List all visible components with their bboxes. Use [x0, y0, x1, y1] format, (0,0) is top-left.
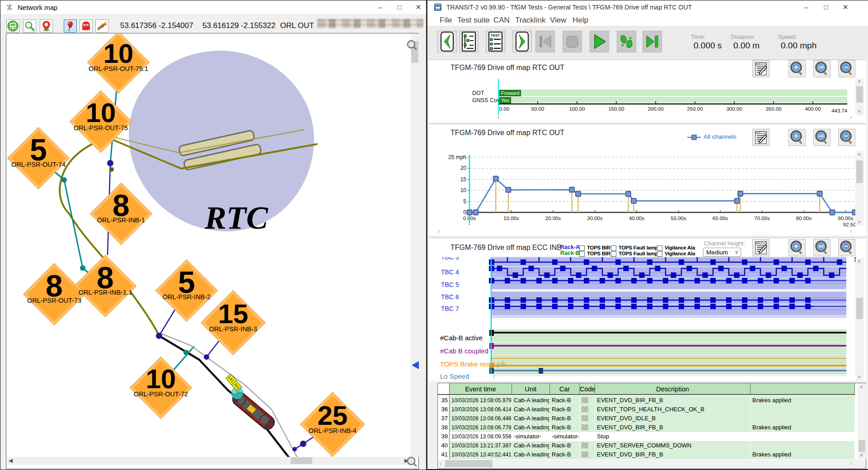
scroll-right-arrow[interactable]: › — [850, 461, 852, 467]
pin-tool-button[interactable] — [64, 19, 77, 33]
menu-file[interactable]: File — [440, 16, 452, 25]
column-header[interactable]: Car — [550, 383, 580, 395]
table-cell[interactable]: Stop — [595, 432, 751, 441]
scroll-up-arrow[interactable]: ∧ — [858, 152, 861, 157]
table-cell[interactable]: Cab-A leading — [512, 450, 550, 459]
table-cell[interactable]: EVENT_DVD_IDLE_B — [595, 414, 751, 423]
zoom-tool-button[interactable] — [23, 19, 36, 33]
close-button[interactable]: ✕ — [414, 3, 422, 11]
table-cell[interactable] — [580, 405, 595, 414]
table-cell[interactable] — [751, 441, 855, 450]
table-cell[interactable] — [580, 414, 595, 423]
scroll-up-arrow[interactable]: ∧ — [858, 258, 861, 263]
table-cell[interactable]: Brakes applied — [751, 396, 855, 405]
table-cell[interactable] — [580, 450, 595, 459]
table-cell[interactable] — [751, 432, 855, 441]
scroll-down-arrow[interactable]: ∨ — [858, 219, 861, 224]
scroll-down-arrow[interactable]: ∨ — [858, 374, 861, 379]
step-button[interactable] — [617, 31, 636, 52]
test-suite-button[interactable] — [459, 31, 479, 52]
table-cell[interactable]: EVENT_DVD_BIR_FB_B — [595, 396, 751, 405]
test-list-button[interactable]: TEST — [486, 31, 505, 52]
map-zoom-in-lens-icon[interactable] — [406, 39, 417, 50]
map-viewport[interactable]: 141201 RTC 10ORL-PSR-OUT-75.110ORL-PSR-O… — [7, 34, 411, 457]
table-cell[interactable] — [580, 441, 595, 450]
column-header[interactable]: Event time — [450, 383, 512, 395]
scroll-up-arrow[interactable]: ∧ — [860, 384, 863, 389]
map-horizontal-scrollbar[interactable]: ◀ ▶ — [7, 457, 411, 465]
table-cell[interactable] — [580, 432, 595, 441]
table-cell[interactable]: Rack-B — [550, 441, 580, 450]
table-cell[interactable] — [580, 423, 595, 432]
next-button[interactable] — [512, 31, 532, 52]
menu-can[interactable]: CAN — [493, 16, 510, 25]
pan-left-chevron[interactable]: ‹ — [438, 227, 440, 235]
scroll-left-arrow[interactable]: ◀ — [9, 457, 13, 465]
title-bar[interactable]: TRANSIT-2 v0.99.90 - TfGM Tests - Genera… — [427, 0, 868, 14]
scrollbar-thumb[interactable] — [856, 298, 863, 319]
panel-vertical-scrollbar[interactable]: ∧∨ — [855, 151, 864, 226]
table-cell[interactable]: EVENT_TOPS_HEALTH_CHECK_OK_B — [595, 405, 751, 414]
maximize-button[interactable]: □ — [395, 3, 404, 11]
table-cell[interactable]: Rack-B — [550, 450, 580, 459]
table-cell[interactable]: -simulator- — [512, 432, 550, 441]
table-cell[interactable]: -simulator- — [550, 432, 580, 441]
menu-help[interactable]: Help — [572, 16, 588, 25]
table-vertical-scrollbar[interactable]: ∧∨ — [858, 383, 866, 459]
table-cell[interactable]: 10/03/2026 13:08:06.778 — [450, 423, 512, 432]
column-header[interactable]: Description — [595, 383, 751, 395]
table-cell[interactable]: EVENT_DVD_BIR_FB_B — [595, 423, 751, 432]
table-cell[interactable]: 10/03/2026 13:08:06.446 — [450, 414, 512, 423]
table-cell[interactable]: 10/03/2026 13:40:52.441 — [450, 450, 512, 459]
title-bar[interactable]: Network map – □ ✕ — [0, 0, 426, 14]
back-button[interactable] — [437, 31, 457, 52]
skip-end-button[interactable] — [643, 31, 662, 52]
scrollbar-thumb[interactable] — [859, 440, 865, 452]
scrollbar-thumb[interactable] — [291, 457, 312, 464]
column-header[interactable]: Unit — [512, 383, 550, 395]
map-zoom-out-lens-icon[interactable] — [406, 456, 417, 467]
table-cell[interactable]: Cab-A leading — [512, 396, 550, 405]
table-cell[interactable]: 10/03/2026 13:08:05.979 — [450, 396, 512, 405]
minimize-button[interactable]: – — [376, 3, 385, 11]
scroll-down-arrow[interactable]: ∨ — [860, 452, 863, 457]
maximize-button[interactable]: □ — [822, 3, 830, 11]
location-tool-button[interactable] — [40, 19, 53, 33]
pan-left-chevron[interactable]: ‹ — [493, 372, 495, 380]
table-cell[interactable]: Brakes applied — [751, 423, 855, 432]
scroll-left-arrow[interactable]: ‹ — [440, 461, 441, 467]
table-cell[interactable]: 10/03/2026 13:08:09.556 — [450, 432, 512, 441]
table-cell[interactable]: EVENT_DVD_BIR_FB_B — [595, 450, 751, 459]
pan-right-chevron[interactable]: › — [850, 113, 852, 121]
table-cell[interactable]: Cab-A leading — [512, 441, 550, 450]
table-cell[interactable]: Rack-B — [550, 396, 580, 405]
table-cell[interactable]: Rack-B — [550, 423, 580, 432]
table-cell[interactable]: 10/03/2026 13:21:37.387 — [450, 441, 512, 450]
menu-view[interactable]: View — [550, 16, 567, 25]
panel-vertical-scrollbar[interactable]: ∧∨ — [855, 78, 864, 115]
menu-test-suite[interactable]: Test suite — [457, 16, 490, 25]
map-vertical-scrollbar[interactable] — [411, 34, 419, 457]
pan-right-chevron[interactable]: › — [850, 227, 852, 235]
close-button[interactable]: ✕ — [841, 3, 849, 11]
table-cell[interactable]: EVENT_SERVER_COMMS_DOWN — [595, 441, 751, 450]
stop-button[interactable] — [563, 31, 582, 52]
scroll-down-arrow[interactable]: ∨ — [858, 108, 861, 113]
bus-tool-button[interactable] — [6, 19, 19, 33]
pan-left-chevron[interactable]: ‹ — [497, 113, 500, 121]
ghost-tool-button[interactable] — [80, 19, 93, 33]
table-cell[interactable]: Cab-A leading — [512, 414, 550, 423]
panel-vertical-scrollbar[interactable]: ∧∨ — [855, 258, 864, 381]
table-cell[interactable]: Brakes applied — [751, 450, 855, 459]
table-cell[interactable] — [751, 405, 855, 414]
play-button[interactable] — [590, 31, 609, 52]
scroll-up-arrow[interactable]: ∧ — [858, 79, 861, 84]
table-cell[interactable] — [751, 414, 855, 423]
table-cell[interactable] — [580, 396, 595, 405]
table-cell[interactable]: Cab-A leading — [512, 423, 550, 432]
table-cell[interactable]: Rack-B — [550, 414, 580, 423]
scrollbar-thumb[interactable] — [856, 86, 863, 103]
table-horizontal-scrollbar[interactable]: ‹› — [438, 460, 866, 468]
column-header[interactable]: Code — [580, 383, 595, 395]
scrollbar-thumb[interactable] — [445, 460, 493, 467]
